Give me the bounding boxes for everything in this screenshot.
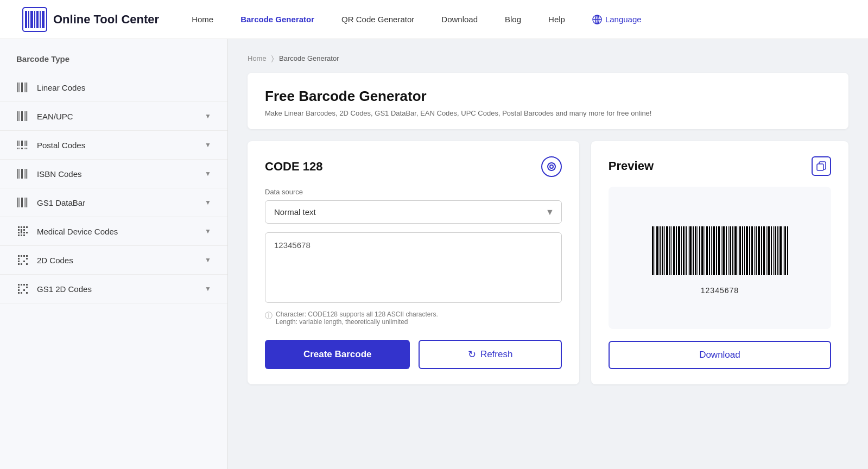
svg-rect-94 [669,226,670,275]
svg-rect-50 [18,232,20,233]
svg-rect-112 [711,226,712,275]
data-source-select[interactable]: Normal text Hex Base64 [265,200,562,224]
svg-rect-141 [780,226,782,275]
preview-panel: Preview [591,141,848,384]
svg-rect-67 [23,255,25,257]
sidebar-item-gs1-databar[interactable]: GS1 DataBar ▼ [0,188,227,217]
svg-rect-25 [17,148,18,149]
svg-rect-135 [766,226,766,275]
page-title: Free Barcode Generator [265,88,831,105]
svg-rect-1 [25,11,27,28]
svg-rect-89 [656,226,658,275]
logo-text: Online Tool Center [53,12,159,27]
svg-rect-106 [698,226,698,275]
ean-upc-icon [16,110,29,123]
svg-rect-111 [709,226,710,275]
svg-rect-69 [26,255,28,257]
sidebar-label-medical-device-codes: Medical Device Codes [37,227,118,236]
svg-rect-138 [773,226,774,275]
nav-barcode-generator[interactable]: Barcode Generator [240,15,314,24]
svg-rect-57 [23,234,25,236]
settings-button[interactable] [541,156,562,177]
svg-rect-99 [681,226,682,275]
breadcrumb-separator: 〉 [271,54,274,62]
sidebar-label-linear-codes: Linear Codes [37,83,85,92]
svg-rect-109 [705,226,705,275]
svg-rect-29 [21,148,23,149]
svg-rect-34 [28,141,28,146]
panel-title: CODE 128 [265,160,322,174]
svg-rect-54 [23,226,25,228]
gs1-databar-icon [16,196,29,209]
data-source-label: Data source [265,188,562,196]
download-button[interactable]: Download [609,341,831,369]
sidebar-item-ean-upc[interactable]: EAN/UPC ▼ [0,102,227,131]
svg-rect-122 [734,226,737,275]
svg-rect-12 [17,83,18,92]
hint-line2: Length: variable length, theoretically u… [276,318,438,326]
svg-rect-42 [17,198,18,207]
copy-button[interactable] [812,156,831,176]
nav-home[interactable]: Home [192,15,213,24]
svg-rect-38 [21,169,23,179]
svg-rect-118 [726,226,727,275]
svg-rect-76 [21,284,22,286]
svg-rect-115 [718,226,720,275]
language-selector[interactable]: Language [592,15,642,24]
svg-rect-21 [24,111,24,121]
sidebar-label-ean-upc: EAN/UPC [37,112,73,121]
chevron-icon-medical-device-codes: ▼ [205,227,211,235]
refresh-label: Refresh [480,349,513,360]
svg-rect-46 [26,198,27,207]
svg-rect-71 [26,263,28,265]
svg-rect-82 [26,292,28,294]
page-subtitle: Make Linear Barcodes, 2D Codes, GS1 Data… [265,109,831,117]
medical-device-codes-icon [16,225,29,238]
generator-panel: CODE 128 Data source Normal text Hex Bas… [248,141,579,384]
sidebar-item-gs1-2d-codes[interactable]: GS1 2D Codes ▼ [0,275,227,303]
refresh-button[interactable]: ↻ Refresh [419,340,561,369]
action-buttons: Create Barcode ↻ Refresh [265,340,562,369]
svg-rect-48 [18,226,20,228]
barcode-preview-box: 12345678 [609,187,831,329]
svg-rect-72 [18,284,20,286]
svg-rect-129 [751,226,753,275]
nav-blog[interactable]: Blog [505,15,521,24]
svg-rect-114 [716,226,717,275]
info-icon: ⓘ [265,311,273,321]
svg-rect-136 [768,226,770,275]
sidebar-item-linear-codes[interactable]: Linear Codes [0,73,227,102]
svg-rect-68 [23,261,25,262]
panel-header: CODE 128 [265,156,562,177]
sidebar-item-2d-codes[interactable]: 2D Codes ▼ [0,246,227,275]
svg-rect-78 [23,284,25,286]
svg-rect-128 [749,226,750,275]
svg-rect-35 [28,148,28,149]
svg-rect-33 [26,148,27,149]
svg-point-83 [548,163,555,170]
nav-qr-code[interactable]: QR Code Generator [341,15,414,24]
sidebar-item-medical-device-codes[interactable]: Medical Device Codes ▼ [0,217,227,246]
breadcrumb-home[interactable]: Home [248,54,267,62]
svg-rect-47 [28,198,28,207]
linear-codes-icon [16,81,29,94]
svg-rect-119 [728,226,728,275]
svg-rect-98 [678,226,680,275]
barcode-value-input[interactable]: 12345678 [265,232,562,303]
logo[interactable]: Online Tool Center [22,7,159,33]
sidebar-item-postal-codes[interactable]: Postal Codes ▼ [0,131,227,160]
svg-rect-104 [693,226,694,275]
barcode-image [649,226,790,281]
chevron-icon-isbn-codes: ▼ [205,170,211,178]
svg-rect-14 [21,83,23,92]
nav-help[interactable]: Help [548,15,565,24]
nav-download[interactable]: Download [441,15,478,24]
breadcrumb-current: Barcode Generator [279,54,339,62]
create-barcode-button[interactable]: Create Barcode [265,340,410,369]
svg-rect-52 [21,226,22,228]
svg-rect-17 [28,83,28,92]
sidebar-item-isbn-codes[interactable]: ISBN Codes ▼ [0,160,227,188]
svg-rect-77 [21,292,22,294]
svg-rect-73 [18,287,20,288]
sidebar: Barcode Type Linear Codes EAN/UPC ▼ [0,39,228,469]
